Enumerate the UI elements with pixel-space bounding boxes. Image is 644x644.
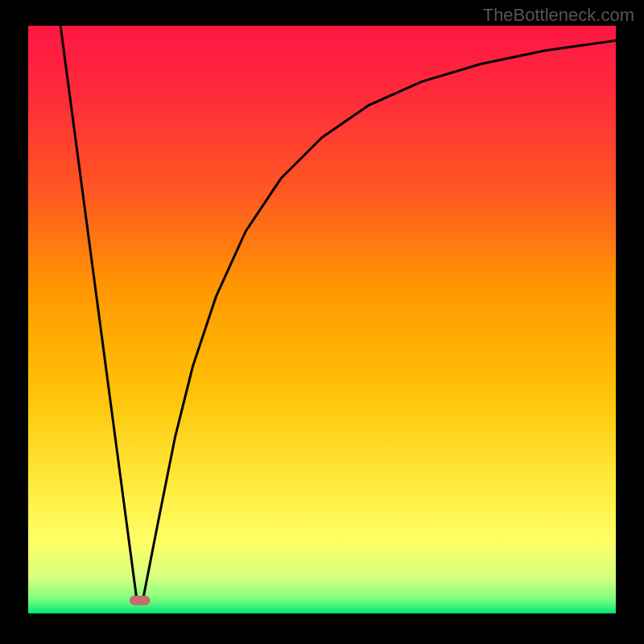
optimal-marker (130, 596, 151, 605)
watermark-text: TheBottleneck.com (483, 5, 634, 26)
chart-gradient-bg (28, 26, 616, 613)
bottleneck-chart (0, 0, 644, 644)
chart-container (0, 0, 644, 644)
